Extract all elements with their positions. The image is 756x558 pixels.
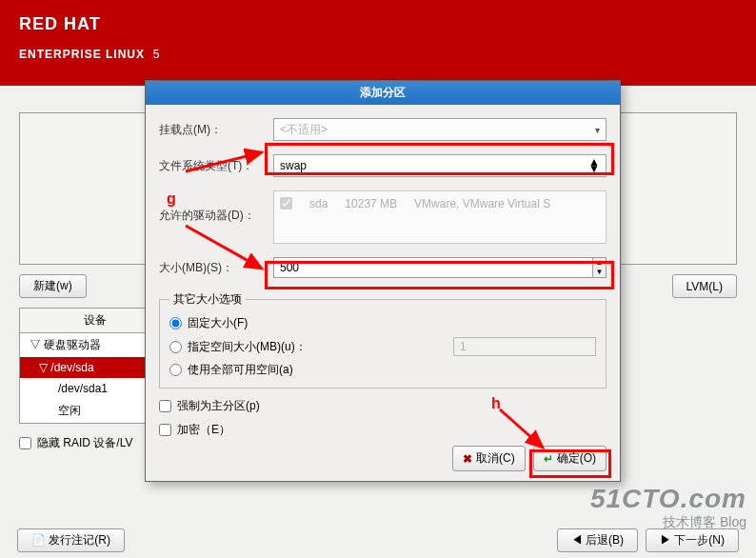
cancel-icon: ✖ <box>463 452 472 466</box>
hide-raid-input[interactable] <box>19 437 31 449</box>
fstype-label: 文件系统类型(T)： <box>159 158 273 174</box>
ok-icon: ↵ <box>544 452 553 466</box>
annotation-g: g <box>167 190 176 208</box>
fstype-combo[interactable]: swap ▲▼ <box>273 154 607 177</box>
brand-line2: ENTERPRISE LINUX 5 <box>19 34 737 65</box>
force-primary-checkbox[interactable]: 强制为主分区(p) <box>159 398 607 414</box>
back-button[interactable]: ◀ 后退(B) <box>557 528 638 552</box>
new-partition-button[interactable]: 新建(w) <box>19 274 87 298</box>
additional-size-legend: 其它大小选项 <box>169 291 246 308</box>
annotation-h: h <box>491 395 501 412</box>
chevron-down-icon: ▾ <box>595 125 600 135</box>
radio-fill-max[interactable]: 使用全部可用空间(a) <box>169 362 596 378</box>
redhat-banner: RED HAT ENTERPRISE LINUX 5 <box>0 0 756 86</box>
dialog-title: 添加分区 <box>146 81 620 105</box>
brand-line1: RED HAT <box>19 14 737 34</box>
mountpoint-combo: <不适用> ▾ <box>273 118 607 141</box>
release-notes-button[interactable]: 📄 发行注记(R) <box>17 528 125 552</box>
mountpoint-label: 挂载点(M)： <box>159 122 273 138</box>
drive-check-sda <box>280 197 292 209</box>
watermark: 51CTO.com 技术博客 Blog <box>590 484 746 531</box>
radio-fixed-size[interactable]: 固定大小(F) <box>169 315 596 331</box>
cancel-button[interactable]: ✖取消(C) <box>452 446 526 471</box>
add-partition-dialog: 添加分区 挂载点(M)： <不适用> ▾ 文件系统类型(T)： swap ▲▼ … <box>145 80 621 482</box>
drives-label: 允许的驱动器(D)： <box>159 208 273 224</box>
fill-upto-input <box>453 337 596 356</box>
encrypt-checkbox[interactable]: 加密（E） <box>159 422 607 438</box>
ok-button[interactable]: ↵确定(O) <box>533 446 607 471</box>
size-spinner[interactable]: ▲▼ <box>593 257 607 278</box>
allowed-drives-list: sda 10237 MB VMware, VMware Virtual S <box>273 190 607 244</box>
size-label: 大小(MB)(S)： <box>159 260 273 276</box>
next-button[interactable]: ▶ 下一步(N) <box>646 528 739 552</box>
spinner-icon[interactable]: ▲▼ <box>588 159 600 172</box>
lvm-button[interactable]: LVM(L) <box>672 274 737 298</box>
additional-size-options: 其它大小选项 固定大小(F) 指定空间大小(MB)(u)： 使用全部可用空间(a… <box>159 291 607 389</box>
radio-fill-upto[interactable]: 指定空间大小(MB)(u)： <box>169 337 596 356</box>
size-input[interactable] <box>273 257 593 278</box>
